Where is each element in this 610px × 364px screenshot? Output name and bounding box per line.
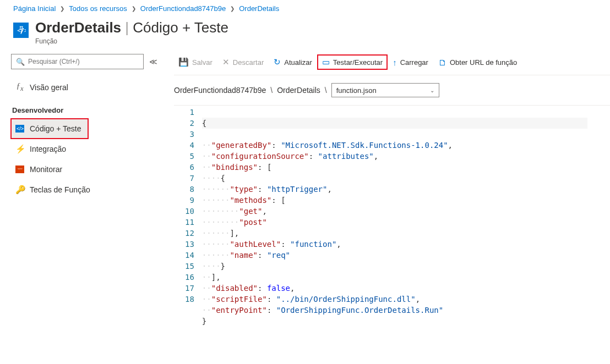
nav-code-test[interactable]: </> Código + Teste — [11, 119, 88, 139]
nav-label: Integração — [30, 145, 66, 153]
key-icon: 🔑 — [15, 185, 24, 195]
url-icon: 🗋 — [438, 58, 446, 67]
nav-label: Visão geral — [30, 83, 68, 92]
refresh-icon: ↻ — [274, 57, 281, 67]
path-segment: OrderFunctiondad8747b9e — [174, 86, 266, 95]
nav-label: Código + Teste — [30, 124, 81, 133]
monitor-icon: 〰 — [15, 166, 24, 173]
upload-icon: ↑ — [393, 58, 397, 67]
chevron-right-icon: ❯ — [230, 5, 235, 12]
nav-integration[interactable]: ⚡ Integração — [11, 139, 164, 159]
code-content: { ··"generatedBy": "Microsoft.NET.Sdk.Fu… — [202, 107, 587, 327]
code-editor[interactable]: 123456789101112131415161718 { ··"generat… — [174, 105, 610, 327]
breadcrumb-all-resources[interactable]: Todos os recursos — [69, 4, 127, 13]
chevron-right-icon: ❯ — [132, 5, 136, 12]
svg-text:</>: </> — [17, 27, 26, 34]
main-content: 💾 Salvar ✕ Descartar ↻ Atualizar ▭ Testa… — [164, 52, 610, 327]
function-fx-icon: ƒx — [15, 81, 24, 93]
save-icon: 💾 — [178, 57, 189, 67]
search-input[interactable]: 🔍 — [11, 54, 144, 69]
line-gutter: 123456789101112131415161718 — [174, 107, 202, 327]
discard-button[interactable]: ✕ Descartar — [218, 55, 268, 69]
nav-monitor[interactable]: 〰 Monitorar — [11, 159, 164, 179]
page-title: OrderDetails | Código + Teste — [35, 19, 228, 36]
code-icon: </> — [15, 125, 24, 133]
chevron-down-icon: ⌄ — [430, 87, 434, 93]
breadcrumb: Página Inicial ❯ Todos os recursos ❯ Ord… — [0, 0, 610, 17]
breadcrumb-home[interactable]: Página Inicial — [13, 4, 56, 13]
search-field[interactable] — [28, 58, 139, 65]
nav-overview[interactable]: ƒx Visão geral — [11, 76, 164, 98]
test-icon: ▭ — [322, 57, 330, 67]
collapse-sidebar-button[interactable]: ≪ — [149, 57, 157, 66]
sidebar: 🔍 ≪ ƒx Visão geral Desenvolvedor </> Cód… — [0, 52, 164, 327]
path-segment: OrderDetails — [277, 86, 320, 95]
page-subtitle: Função — [35, 37, 228, 45]
chevron-right-icon: ❯ — [60, 5, 64, 12]
discard-icon: ✕ — [222, 57, 230, 67]
path-separator: \ — [325, 86, 327, 95]
breadcrumb-function[interactable]: OrderDetails — [239, 4, 279, 13]
section-developer: Desenvolvedor — [11, 98, 164, 119]
upload-button[interactable]: ↑ Carregar — [388, 56, 433, 69]
function-icon: </> — [13, 23, 29, 38]
page-header: </> OrderDetails | Código + Teste Função — [0, 17, 610, 52]
test-run-button[interactable]: ▭ Testar/Executar — [318, 55, 387, 69]
nav-function-keys[interactable]: 🔑 Teclas de Função — [11, 179, 164, 200]
lightning-icon: ⚡ — [15, 144, 24, 154]
search-icon: 🔍 — [16, 58, 25, 66]
refresh-button[interactable]: ↻ Atualizar — [269, 55, 317, 69]
nav-label: Teclas de Função — [30, 185, 90, 194]
file-select-dropdown[interactable]: function.json ⌄ — [331, 83, 439, 97]
file-path-bar: OrderFunctiondad8747b9e \ OrderDetails \… — [174, 75, 610, 105]
breadcrumb-app[interactable]: OrderFunctiondad8747b9e — [140, 4, 226, 13]
save-button[interactable]: 💾 Salvar — [174, 55, 217, 69]
dropdown-value: function.json — [336, 86, 377, 95]
path-separator: \ — [270, 86, 273, 95]
toolbar: 💾 Salvar ✕ Descartar ↻ Atualizar ▭ Testa… — [174, 52, 610, 75]
nav-label: Monitorar — [30, 165, 62, 174]
get-url-button[interactable]: 🗋 Obter URL de função — [434, 56, 521, 69]
